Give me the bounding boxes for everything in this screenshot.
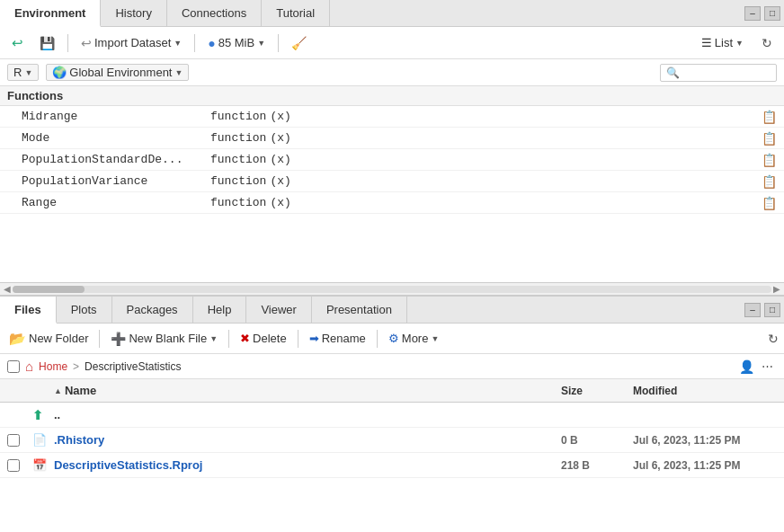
- more-dropdown: ▼: [431, 334, 439, 343]
- file-row-name-rproj[interactable]: DescriptiveStatistics.Rproj: [54, 458, 561, 472]
- env-content: Functions Midrange function (x) 📋 Mode f…: [0, 86, 784, 282]
- memory-icon: ●: [208, 36, 215, 50]
- file-row-parent[interactable]: ⬆ ..: [0, 403, 784, 428]
- tab-viewer[interactable]: Viewer: [246, 297, 312, 323]
- refresh-env-button[interactable]: ↻: [755, 33, 779, 53]
- delete-icon: ✖: [240, 332, 250, 345]
- file-row-check-rhistory[interactable]: [7, 434, 32, 447]
- r-lang-dropdown: ▼: [24, 68, 32, 77]
- sync-files-button[interactable]: ↻: [768, 332, 779, 346]
- function-view-icon-midrange[interactable]: 📋: [762, 110, 777, 124]
- tab-tutorial[interactable]: Tutorial: [262, 0, 330, 26]
- refresh-icon: ↻: [762, 36, 772, 50]
- maximize-bottom-button[interactable]: □: [764, 303, 780, 317]
- global-env-dropdown: ▼: [174, 68, 183, 77]
- file-table-header: ▲ Name Size Modified: [0, 379, 784, 403]
- list-dropdown-arrow: ▼: [735, 39, 744, 48]
- files-toolbar-sep-4: [377, 330, 378, 348]
- broom-button[interactable]: 🧹: [285, 33, 313, 53]
- file-row-size-rproj: 218 B: [561, 459, 633, 472]
- file-row-icon-parent: ⬆: [32, 408, 54, 422]
- env-search-input[interactable]: [660, 64, 777, 82]
- file-row-modified-rproj: Jul 6, 2023, 11:25 PM: [633, 459, 777, 472]
- breadcrumb-right: 👤 ⋯: [739, 359, 777, 374]
- env-horizontal-scrollbar[interactable]: ◀ ▶: [0, 282, 784, 295]
- breadcrumb-home-link[interactable]: Home: [39, 360, 67, 373]
- function-row-popstddev[interactable]: PopulationStandardDe... function (x) 📋: [0, 149, 784, 171]
- rename-label: Rename: [322, 332, 366, 345]
- breadcrumb-user-icon: 👤: [739, 359, 754, 374]
- col-name-label: Name: [65, 384, 96, 397]
- file-row-rproj[interactable]: 📅 DescriptiveStatistics.Rproj 218 B Jul …: [0, 453, 784, 478]
- bottom-tab-bar: Files Plots Packages Help Viewer Present…: [0, 297, 784, 324]
- new-blank-file-button[interactable]: ➕ New Blank File ▼: [107, 330, 221, 348]
- function-view-icon-popvariance[interactable]: 📋: [762, 174, 777, 189]
- file-row-check-rproj[interactable]: [7, 459, 32, 472]
- function-view-icon-popstddev[interactable]: 📋: [762, 153, 777, 167]
- breadcrumb-options-btn[interactable]: ⋯: [758, 359, 777, 373]
- delete-button[interactable]: ✖ Delete: [236, 330, 290, 347]
- tab-connections[interactable]: Connections: [167, 0, 262, 26]
- tab-files[interactable]: Files: [0, 297, 57, 324]
- tab-presentation[interactable]: Presentation: [312, 297, 407, 323]
- files-toolbar-sep-3: [298, 330, 298, 348]
- up-arrow-icon: ⬆: [32, 408, 43, 422]
- toolbar-separator-1: [67, 34, 68, 52]
- function-name-popstddev: PopulationStandardDe...: [22, 153, 210, 166]
- rhistory-link[interactable]: .Rhistory: [54, 433, 104, 447]
- function-view-icon-range[interactable]: 📋: [762, 196, 777, 210]
- save-icon: 💾: [40, 36, 55, 50]
- tab-packages[interactable]: Packages: [112, 297, 193, 323]
- memory-label: 85 MiB: [218, 36, 254, 49]
- minimize-bottom-button[interactable]: –: [744, 303, 761, 317]
- tab-plots[interactable]: Plots: [57, 297, 112, 323]
- globe-icon: 🌍: [52, 66, 67, 79]
- function-view-icon-mode[interactable]: 📋: [762, 131, 777, 146]
- function-row-mode[interactable]: Mode function (x) 📋: [0, 128, 784, 149]
- more-button[interactable]: ⚙ More ▼: [385, 330, 443, 347]
- env-toolbar-right: ☰ List ▼ ↻: [695, 33, 779, 53]
- file-row-size-rhistory: 0 B: [561, 434, 633, 447]
- scroll-track[interactable]: [13, 286, 771, 293]
- file-row-name-rhistory[interactable]: .Rhistory: [54, 433, 561, 447]
- more-label: More: [402, 332, 429, 345]
- tab-environment[interactable]: Environment: [0, 0, 101, 27]
- import-dataset-button[interactable]: ↩ Import Dataset ▼: [75, 33, 188, 53]
- col-name-header[interactable]: ▲ Name: [54, 384, 561, 397]
- rhistory-checkbox[interactable]: [7, 434, 20, 447]
- function-row-popvariance[interactable]: PopulationVariance function (x) 📋: [0, 171, 784, 192]
- load-workspace-button[interactable]: ↩: [5, 32, 30, 54]
- maximize-top-button[interactable]: □: [764, 6, 780, 21]
- function-row-range[interactable]: Range function (x) 📋: [0, 192, 784, 214]
- minimize-top-button[interactable]: –: [744, 6, 761, 21]
- scroll-right-arrow[interactable]: ▶: [771, 284, 782, 294]
- files-panel: Files Plots Packages Help Viewer Present…: [0, 297, 784, 532]
- scroll-thumb[interactable]: [13, 286, 85, 293]
- r-language-badge[interactable]: R ▼: [7, 64, 39, 81]
- rproj-checkbox[interactable]: [7, 459, 20, 472]
- col-size-header[interactable]: Size: [561, 385, 633, 397]
- r-lang-label: R: [13, 66, 22, 79]
- new-folder-button[interactable]: 📂 New Folder: [5, 329, 92, 349]
- tab-history[interactable]: History: [101, 0, 166, 26]
- load-icon: ↩: [12, 35, 23, 51]
- file-row-rhistory[interactable]: 📄 .Rhistory 0 B Jul 6, 2023, 11:25 PM: [0, 428, 784, 453]
- new-folder-label: New Folder: [29, 332, 88, 345]
- memory-button[interactable]: ● 85 MiB ▼: [201, 33, 272, 53]
- select-all-checkbox[interactable]: [7, 360, 20, 373]
- function-args-popvariance: (x): [270, 174, 290, 188]
- tab-help[interactable]: Help: [193, 297, 247, 323]
- breadcrumb: ⌂ Home > DescriptiveStatistics 👤 ⋯: [0, 354, 784, 379]
- list-view-button[interactable]: ☰ List ▼: [695, 33, 750, 52]
- file-row-icon-rhistory: 📄: [32, 433, 54, 447]
- function-row-midrange[interactable]: Midrange function (x) 📋: [0, 106, 784, 128]
- file-row-name-parent[interactable]: ..: [54, 408, 561, 421]
- rename-button[interactable]: ➡ Rename: [306, 330, 370, 347]
- global-env-badge[interactable]: 🌍 Global Environment ▼: [46, 64, 189, 81]
- function-type-popvariance: function: [210, 174, 266, 188]
- col-modified-header[interactable]: Modified: [633, 385, 777, 397]
- files-toolbar-sep-2: [228, 330, 229, 348]
- rproj-link[interactable]: DescriptiveStatistics.Rproj: [54, 458, 202, 472]
- scroll-left-arrow[interactable]: ◀: [2, 284, 13, 294]
- save-workspace-button[interactable]: 💾: [33, 33, 61, 53]
